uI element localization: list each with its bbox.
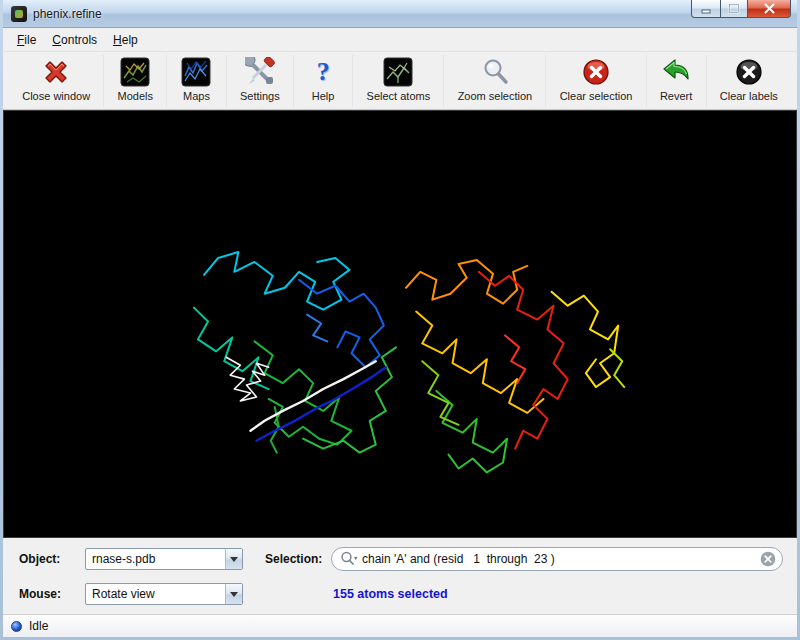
mouse-dropdown-button[interactable] bbox=[225, 584, 242, 604]
models-icon bbox=[119, 56, 151, 88]
search-icon[interactable] bbox=[340, 551, 358, 567]
status-led-icon bbox=[11, 621, 22, 632]
maximize-icon bbox=[728, 3, 740, 14]
toolbar-label: Select atoms bbox=[367, 90, 431, 102]
menu-controls[interactable]: Controls bbox=[44, 30, 105, 50]
status-bar: Idle bbox=[3, 614, 797, 637]
menu-bar: File Controls Help bbox=[3, 28, 797, 52]
close-button[interactable] bbox=[747, 0, 791, 18]
maps-icon bbox=[180, 56, 212, 88]
clear-labels-icon bbox=[733, 56, 765, 88]
control-panel: Object: rnase-s.pdb Selection: chain 'A'… bbox=[3, 538, 797, 614]
molecule-viewport[interactable] bbox=[3, 110, 797, 538]
menu-file[interactable]: File bbox=[9, 30, 44, 50]
toolbar-label: Help bbox=[312, 90, 335, 102]
atoms-selected-status: 155 atoms selected bbox=[331, 587, 785, 601]
title-bar[interactable]: phenix.refine bbox=[3, 0, 797, 28]
settings-button[interactable]: Settings bbox=[227, 55, 294, 107]
help-icon: ? bbox=[307, 56, 339, 88]
menu-help-rest: elp bbox=[122, 33, 138, 47]
close-icon bbox=[763, 3, 776, 14]
zoom-selection-icon bbox=[479, 56, 511, 88]
toolbar: Close window Models Maps Settings ? Help bbox=[3, 52, 797, 110]
select-atoms-icon bbox=[382, 56, 414, 88]
close-window-button[interactable]: Close window bbox=[9, 55, 104, 107]
object-dropdown-button[interactable] bbox=[225, 549, 242, 569]
chevron-down-icon bbox=[230, 592, 238, 597]
mouse-dropdown-value: Rotate view bbox=[86, 587, 225, 601]
object-dropdown-value: rnase-s.pdb bbox=[86, 552, 225, 566]
toolbar-label: Settings bbox=[240, 90, 280, 102]
status-text: Idle bbox=[29, 619, 48, 633]
clear-selection-button[interactable]: Clear selection bbox=[546, 55, 646, 107]
toolbar-label: Clear selection bbox=[560, 90, 633, 102]
clear-search-icon[interactable] bbox=[760, 551, 776, 567]
toolbar-label: Maps bbox=[183, 90, 210, 102]
object-dropdown[interactable]: rnase-s.pdb bbox=[85, 548, 243, 570]
mouse-dropdown[interactable]: Rotate view bbox=[85, 583, 243, 605]
menu-help[interactable]: Help bbox=[105, 30, 146, 50]
close-window-icon bbox=[40, 56, 72, 88]
minimize-icon bbox=[700, 4, 712, 14]
select-atoms-button[interactable]: Select atoms bbox=[353, 55, 444, 107]
toolbar-label: Zoom selection bbox=[458, 90, 533, 102]
selection-input-value[interactable]: chain 'A' and (resid 1 through 23 ) bbox=[362, 552, 760, 566]
menu-help-mnemonic: H bbox=[113, 33, 122, 47]
mouse-label: Mouse: bbox=[19, 587, 85, 601]
molecule-render bbox=[4, 111, 796, 537]
toolbar-label: Models bbox=[118, 90, 153, 102]
revert-icon bbox=[660, 56, 692, 88]
settings-icon bbox=[244, 56, 276, 88]
menu-file-rest: ile bbox=[24, 33, 36, 47]
revert-button[interactable]: Revert bbox=[647, 55, 707, 107]
menu-controls-rest: ontrols bbox=[61, 33, 97, 47]
minimize-button[interactable] bbox=[691, 0, 721, 18]
object-label: Object: bbox=[19, 552, 85, 566]
app-window: phenix.refine File Controls Help Close w… bbox=[0, 0, 800, 640]
question-mark-glyph: ? bbox=[317, 58, 330, 86]
toolbar-label: Revert bbox=[660, 90, 692, 102]
maximize-button[interactable] bbox=[720, 0, 748, 18]
help-button[interactable]: ? Help bbox=[294, 55, 353, 107]
models-button[interactable]: Models bbox=[104, 55, 167, 107]
toolbar-label: Clear labels bbox=[720, 90, 778, 102]
maps-button[interactable]: Maps bbox=[167, 55, 226, 107]
window-controls bbox=[692, 0, 791, 18]
selection-label: Selection: bbox=[245, 552, 331, 566]
chevron-down-icon bbox=[230, 557, 238, 562]
selection-input[interactable]: chain 'A' and (resid 1 through 23 ) bbox=[331, 547, 783, 571]
zoom-selection-button[interactable]: Zoom selection bbox=[444, 55, 546, 107]
toolbar-label: Close window bbox=[22, 90, 90, 102]
window-title: phenix.refine bbox=[33, 7, 102, 21]
app-icon bbox=[11, 6, 27, 22]
clear-labels-button[interactable]: Clear labels bbox=[707, 55, 792, 107]
clear-selection-icon bbox=[580, 56, 612, 88]
menu-controls-mnemonic: C bbox=[52, 33, 61, 47]
